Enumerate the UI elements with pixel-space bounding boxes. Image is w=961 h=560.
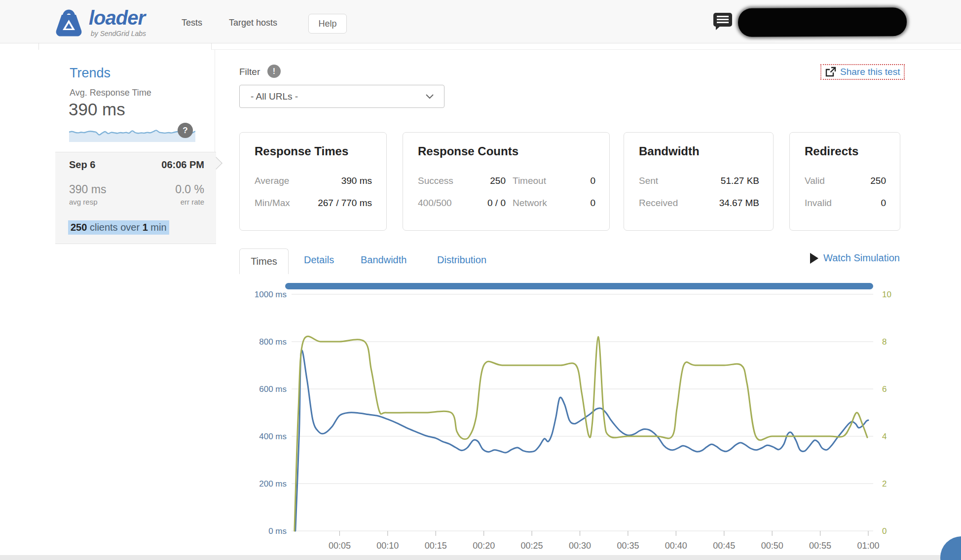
- x-axis-tick-label: 00:25: [521, 541, 543, 551]
- brand-name: loader: [89, 7, 145, 29]
- x-axis-tick-label: 00:10: [376, 541, 399, 551]
- x-axis-tick-label: 00:50: [761, 541, 783, 551]
- trends-title: Trends: [70, 66, 111, 81]
- navbar: loader by SendGrid Labs Tests Target hos…: [0, 0, 961, 43]
- chevron-down-icon: [425, 94, 434, 100]
- series-clients: [295, 336, 867, 531]
- stat-value: 0: [844, 198, 886, 209]
- divider: [211, 49, 961, 50]
- x-axis-tick-label: 01:00: [857, 541, 879, 551]
- stat-value: 0 / 0: [467, 198, 506, 209]
- x-axis-tick-label: 00:20: [473, 541, 495, 551]
- stat-value: 390 ms: [299, 175, 372, 186]
- help-badge[interactable]: ?: [178, 123, 193, 138]
- avg-response-time-value: 390 ms: [69, 100, 125, 119]
- stat-label: Timeout: [513, 175, 546, 186]
- response-times-chart: 0 ms0200 ms2400 ms4600 ms6800 ms81000 ms…: [217, 276, 918, 557]
- url-filter-select[interactable]: - All URLs -: [239, 85, 444, 108]
- page-bottom-strip: [0, 555, 961, 560]
- loader-dashboard: loader by SendGrid Labs Tests Target hos…: [0, 0, 961, 560]
- chat-widget-button[interactable]: [940, 536, 961, 560]
- stat-label: 400/500: [418, 198, 452, 209]
- brand[interactable]: loader by SendGrid Labs: [53, 7, 201, 38]
- left-axis-tick-label: 800 ms: [259, 337, 287, 347]
- x-axis-tick-label: 00:05: [329, 541, 351, 551]
- stat-value: 0: [556, 198, 595, 209]
- stat-value: 34.67 MB: [688, 198, 759, 209]
- bubble-line: [717, 22, 729, 23]
- card-title: Response Times: [255, 144, 348, 158]
- left-axis-tick-label: 0 ms: [268, 526, 287, 536]
- trend-entry-card[interactable]: Sep 6 06:06 PM 390 ms 0.0 % avg resp err…: [55, 152, 216, 244]
- tab-distribution[interactable]: Distribution: [437, 254, 486, 266]
- response-counts-card: Response Counts Success 250 Timeout 0 40…: [403, 132, 610, 231]
- clients-summary: 250 clients over 1 min: [68, 220, 169, 235]
- stat-value: 0: [556, 175, 595, 186]
- trend-err-label: err rate: [69, 198, 204, 206]
- filter-label: Filter: [239, 67, 260, 77]
- left-axis-tick-label: 600 ms: [259, 385, 287, 394]
- left-axis-tick-label: 400 ms: [259, 432, 287, 441]
- divider: [38, 43, 39, 50]
- right-axis-tick-label: 0: [882, 526, 887, 536]
- avg-response-time-label: Avg. Response Time: [70, 88, 151, 98]
- brand-subtitle: by SendGrid Labs: [91, 30, 146, 37]
- bubble-line: [717, 19, 729, 20]
- sidebar-tab-notch: [38, 43, 211, 50]
- bandwidth-card: Bandwidth Sent 51.27 KB Received 34.67 M…: [624, 132, 774, 231]
- tab-bandwidth[interactable]: Bandwidth: [361, 254, 407, 266]
- redirects-card: Redirects Valid 250 Invalid 0: [789, 132, 900, 231]
- info-badge-icon[interactable]: !: [267, 65, 281, 78]
- trend-sparkline: [69, 123, 195, 142]
- stat-value: 51.27 KB: [688, 175, 759, 186]
- bubble-tail: [716, 26, 721, 30]
- share-label: Share this test: [840, 67, 900, 77]
- trend-err-value: 0.0 %: [69, 183, 204, 196]
- stat-label: Average: [255, 175, 289, 186]
- stat-label: Sent: [639, 175, 658, 186]
- trend-time: 06:06 PM: [69, 159, 204, 171]
- response-times-card: Response Times Average 390 ms Min/Max 26…: [239, 132, 387, 231]
- card-title: Bandwidth: [639, 144, 700, 158]
- loader-logo-icon: [53, 8, 84, 38]
- share-this-test-link[interactable]: Share this test: [820, 64, 905, 80]
- stat-label: Success: [418, 175, 453, 186]
- watch-simulation-link[interactable]: Watch Simulation: [810, 252, 900, 264]
- right-axis-tick-label: 2: [882, 479, 887, 489]
- clients-text: min: [148, 222, 167, 233]
- stat-label: Valid: [805, 175, 825, 186]
- x-axis-tick-label: 00:15: [425, 541, 447, 551]
- card-title: Response Counts: [418, 144, 518, 158]
- bubble-line: [717, 16, 729, 17]
- x-axis-tick-label: 00:35: [617, 541, 639, 551]
- redacted-account-name[interactable]: [738, 7, 907, 37]
- stat-label: Invalid: [805, 198, 832, 209]
- watch-simulation-label: Watch Simulation: [823, 252, 900, 264]
- card-title: Redirects: [805, 144, 858, 158]
- messages-icon[interactable]: [713, 13, 733, 32]
- x-axis-tick-label: 00:40: [665, 541, 687, 551]
- nav-link-tests[interactable]: Tests: [182, 18, 202, 28]
- clients-count: 250: [71, 222, 87, 233]
- stat-label: Received: [639, 198, 678, 209]
- help-button[interactable]: Help: [308, 14, 347, 34]
- tab-details[interactable]: Details: [304, 254, 334, 266]
- nav-link-target-hosts[interactable]: Target hosts: [229, 18, 277, 28]
- x-axis-tick-label: 00:45: [713, 541, 735, 551]
- clients-text: clients over: [87, 222, 142, 233]
- stat-label: Min/Max: [255, 198, 290, 209]
- right-axis-tick-label: 4: [882, 432, 887, 441]
- share-icon: [825, 67, 836, 77]
- right-axis-tick-label: 10: [882, 290, 891, 299]
- series-response-time-ms: [296, 350, 868, 531]
- x-axis-tick-label: 00:30: [569, 541, 591, 551]
- left-axis-tick-label: 1000 ms: [255, 290, 287, 299]
- stat-value: 250: [467, 175, 506, 186]
- stat-value: 267 / 770 ms: [299, 198, 372, 209]
- left-axis-tick-label: 200 ms: [259, 479, 287, 489]
- tab-times[interactable]: Times: [239, 248, 289, 274]
- stat-value: 250: [844, 175, 886, 186]
- x-axis-tick-label: 00:55: [809, 541, 831, 551]
- clients-duration: 1: [143, 222, 148, 233]
- stat-label: Network: [513, 198, 547, 209]
